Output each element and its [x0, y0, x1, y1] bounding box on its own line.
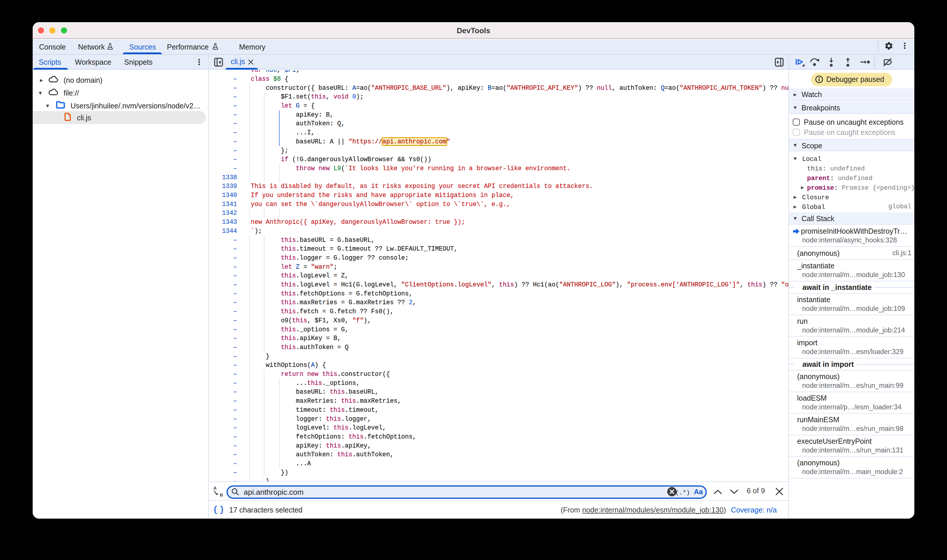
svg-text:B: B — [220, 492, 223, 497]
svg-text:A: A — [213, 485, 217, 490]
svg-text:(.*): (.*) — [675, 489, 690, 496]
